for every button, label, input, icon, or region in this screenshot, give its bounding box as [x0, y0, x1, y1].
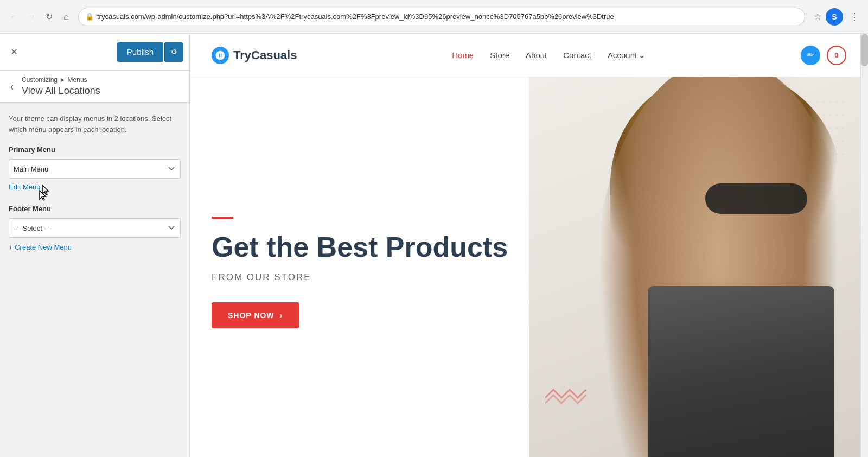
breadcrumb-back-button[interactable]: ‹	[4, 79, 20, 94]
breadcrumb-path: Customizing ► Menus	[22, 76, 183, 84]
preview-area: TryCasuals Home Store About Contact Acco…	[190, 34, 868, 457]
browser-menu-icon[interactable]: ⋮	[847, 9, 861, 25]
shop-now-arrow-icon: ›	[280, 311, 283, 320]
nav-item-about[interactable]: About	[526, 50, 547, 60]
sidebar-header: × Publish ⚙	[0, 34, 189, 71]
site-logo-text: TryCasuals	[233, 48, 297, 62]
breadcrumb-area: ‹ Customizing ► Menus View All Locations	[0, 71, 189, 103]
nav-item-account[interactable]: Account ⌄	[608, 50, 646, 60]
customizer-sidebar: × Publish ⚙ ‹ Customizing ► Menus View A…	[0, 34, 190, 457]
footer-menu-label: Footer Menu	[9, 205, 181, 213]
publish-button[interactable]: Publish	[117, 42, 163, 62]
cart-count: 0	[834, 51, 838, 59]
sidebar-content: Your theme can display menus in 2 locati…	[0, 103, 189, 263]
nav-item-store[interactable]: Store	[490, 50, 509, 60]
url-text: trycasuals.com/wp-admin/customize.php?ur…	[97, 12, 798, 21]
hero-image-area	[529, 77, 868, 457]
gear-icon: ⚙	[171, 48, 177, 56]
edit-pencil-button[interactable]: ✏	[801, 46, 820, 65]
cart-button[interactable]: 0	[827, 46, 846, 65]
scrollbar-track[interactable]	[860, 34, 868, 457]
site-nav: Home Store About Contact Account ⌄	[452, 50, 646, 60]
browser-nav-buttons: ← → ↻ ⌂	[7, 9, 74, 24]
home-button[interactable]: ⌂	[59, 9, 74, 24]
account-chevron-icon: ⌄	[639, 50, 646, 60]
nav-actions: ✏ 0	[801, 46, 846, 65]
nav-item-contact[interactable]: Contact	[563, 50, 591, 60]
back-chevron-icon: ‹	[10, 80, 14, 93]
decorative-zigzag	[545, 387, 589, 414]
site-logo: TryCasuals	[212, 47, 297, 64]
publish-label: Publish	[127, 47, 154, 56]
hero-title: Get the Best Products	[212, 232, 541, 263]
address-bar[interactable]: 🔒 trycasuals.com/wp-admin/customize.php?…	[78, 8, 805, 26]
mouse-cursor	[41, 184, 52, 199]
publish-action-group: Publish ⚙	[117, 42, 183, 62]
breadcrumb-current: Menus	[68, 76, 87, 84]
reload-button[interactable]: ↻	[41, 9, 56, 24]
breadcrumb-separator: ►	[59, 76, 67, 84]
footer-menu-select[interactable]: — Select — Main Menu Footer Menu	[9, 218, 181, 238]
forward-button[interactable]: →	[24, 9, 39, 24]
browser-profile[interactable]: S	[826, 8, 843, 26]
logo-icon	[212, 47, 229, 64]
photo-shirt	[648, 286, 834, 457]
hero-content: Get the Best Products FROM OUR STORE SHO…	[190, 77, 563, 457]
hero-accent-line	[212, 217, 233, 219]
site-header: TryCasuals Home Store About Contact Acco…	[190, 34, 868, 77]
lock-icon: 🔒	[85, 12, 94, 21]
breadcrumb-title: View All Locations	[22, 85, 183, 97]
main-layout: × Publish ⚙ ‹ Customizing ► Menus View A…	[0, 34, 868, 457]
close-button[interactable]: ×	[7, 45, 22, 60]
shop-now-label: SHOP NOW	[228, 311, 275, 320]
nav-account-label: Account	[608, 50, 637, 60]
sunglasses	[705, 183, 807, 214]
browser-chrome: ← → ↻ ⌂ 🔒 trycasuals.com/wp-admin/custom…	[0, 0, 868, 34]
back-button[interactable]: ←	[7, 9, 22, 24]
scrollbar-thumb[interactable]	[861, 34, 868, 66]
bookmark-icon[interactable]: ☆	[814, 11, 821, 22]
primary-menu-label: Primary Menu	[9, 145, 181, 154]
create-new-menu-link[interactable]: + Create New Menu	[9, 243, 72, 251]
footer-menu-section: Footer Menu — Select — Main Menu Footer …	[9, 205, 181, 252]
nav-item-home[interactable]: Home	[452, 50, 474, 60]
sidebar-description: Your theme can display menus in 2 locati…	[9, 113, 181, 135]
edit-menu-link[interactable]: Edit Menu	[9, 183, 41, 191]
hero-section: Get the Best Products FROM OUR STORE SHO…	[190, 77, 868, 457]
publish-settings-button[interactable]: ⚙	[164, 42, 183, 62]
primary-menu-select[interactable]: Main Menu Footer Menu	[9, 159, 181, 179]
breadcrumb-parent: Customizing	[22, 76, 58, 84]
shop-now-button[interactable]: SHOP NOW ›	[212, 302, 299, 328]
hero-subtitle: FROM OUR STORE	[212, 272, 541, 283]
primary-menu-section: Primary Menu Main Menu Footer Menu Edit …	[9, 145, 181, 192]
